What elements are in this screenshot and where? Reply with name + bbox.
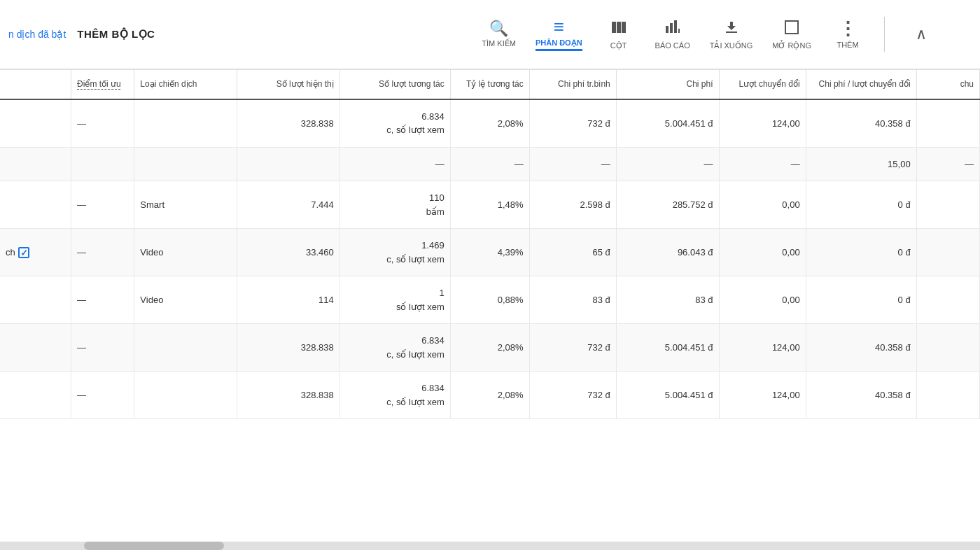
cell-text: —: [77, 295, 86, 305]
table-cell: 0 đ: [806, 181, 916, 229]
table-cell: 6.834c, số lượt xem: [340, 372, 450, 419]
table-cell: 2,08%: [450, 372, 529, 419]
table-cell: [916, 181, 979, 229]
toolbar-item-search[interactable]: 🔍 TÌM KIẾM: [482, 21, 516, 48]
svg-rect-6: [678, 29, 680, 33]
cell-text: 0 đ: [898, 247, 911, 258]
table-cell: 2,08%: [450, 324, 529, 372]
table-cell: [134, 324, 237, 372]
cell-line: c, số lượt xem: [386, 349, 444, 360]
table-cell: 33.460: [237, 229, 340, 276]
toolbar-item-expand[interactable]: MỞ RỘNG: [772, 19, 811, 50]
col-diem-toi-uu[interactable]: Điểm tối ưu: [71, 70, 134, 99]
table-cell: [134, 99, 237, 148]
toolbar-left: n dịch đã bật THÊM BỘ LỌC: [8, 28, 155, 41]
toolbar-download-label: TẢI XUỐNG: [710, 41, 753, 50]
col-so-luot-hien-thi-label: Số lượt hiện thị: [276, 79, 334, 89]
svg-rect-4: [670, 23, 673, 33]
cell-text: 5.004.451 đ: [665, 342, 713, 353]
table-cell: —: [450, 147, 529, 181]
column-icon: [610, 19, 627, 38]
toolbar: n dịch đã bật THÊM BỘ LỌC 🔍 TÌM KIẾM ≡ P…: [0, 0, 980, 70]
table-cell: 65 đ: [529, 229, 616, 276]
report-icon: [664, 19, 681, 38]
table-cell: [916, 372, 979, 419]
col-diem-toi-uu-label: Điểm tối ưu: [77, 79, 121, 89]
col-chi-phi-tr-binh: Chi phí tr.bình: [529, 70, 616, 99]
checkbox-icon[interactable]: [18, 247, 29, 258]
table-cell: —: [340, 147, 450, 181]
toolbar-item-report[interactable]: BÁO CÁO: [655, 19, 690, 50]
toolbar-item-more[interactable]: ⋮ THÊM: [831, 20, 864, 49]
table-cell: 40.358 đ: [806, 372, 916, 419]
table-cell: 328.838: [237, 324, 340, 372]
cell-text: 83 đ: [695, 295, 713, 305]
table-cell: 110bấm: [340, 181, 450, 229]
col-luot-chuyen-doi-label: Lượt chuyển đổi: [739, 79, 800, 89]
table-cell: 5.004.451 đ: [616, 372, 719, 419]
cell-text: —: [514, 159, 524, 169]
table-cell: [916, 276, 979, 324]
table-cell: 83 đ: [529, 276, 616, 324]
cell-text: 0 đ: [898, 295, 911, 305]
toolbar-collapse-button[interactable]: ∧: [904, 25, 938, 43]
col-chi-phi-tr-binh-label: Chi phí tr.bình: [558, 79, 610, 89]
table-header-row: Điểm tối ưu Loại chiến dịch Số lượt hiện…: [0, 70, 980, 99]
table-cell: —: [71, 276, 134, 324]
cell-text: —: [77, 118, 86, 129]
data-table: Điểm tối ưu Loại chiến dịch Số lượt hiện…: [0, 70, 980, 419]
cell-text: 5.004.451 đ: [665, 118, 713, 129]
data-table-container: Điểm tối ưu Loại chiến dịch Số lượt hiện…: [0, 70, 980, 550]
table-cell: 114: [237, 276, 340, 324]
table-cell: 40.358 đ: [806, 99, 916, 148]
table-cell: 2,08%: [450, 99, 529, 148]
table-cell: Video: [134, 276, 237, 324]
table-cell: 328.838: [237, 372, 340, 419]
cell-text: 2,08%: [498, 118, 524, 129]
col-chu-label: chu: [960, 79, 974, 89]
table-row: ch—Video33.4601.469c, số lượt xem4,39%65…: [0, 229, 980, 276]
table-cell: 124,00: [719, 324, 806, 372]
table-cell: 0,00: [719, 276, 806, 324]
col-so-luot-hien-thi: Số lượt hiện thị: [237, 70, 340, 99]
table-cell: 1.469c, số lượt xem: [340, 229, 450, 276]
cell-text: 285.752 đ: [673, 199, 713, 210]
table-cell: [134, 147, 237, 181]
toolbar-expand-label: MỞ RỘNG: [772, 41, 811, 50]
table-cell: 6.834c, số lượt xem: [340, 99, 450, 148]
cell-text: 33.460: [306, 247, 334, 258]
table-row: —————15,00—: [0, 147, 980, 181]
table-cell: 732 đ: [529, 99, 616, 148]
toolbar-item-cot[interactable]: CỘT: [602, 19, 636, 50]
cell-text: 40.358 đ: [875, 390, 911, 400]
table-cell: 0,00: [719, 181, 806, 229]
table-cell: 2.598 đ: [529, 181, 616, 229]
cell-text: 0,00: [782, 199, 799, 210]
add-filter-button[interactable]: THÊM BỘ LỌC: [77, 28, 155, 41]
scrollbar-thumb[interactable]: [84, 542, 224, 550]
cell-line: số lượt xem: [396, 302, 444, 312]
table-cell: 5.004.451 đ: [616, 324, 719, 372]
table-cell: —: [71, 324, 134, 372]
toolbar-report-label: BÁO CÁO: [655, 41, 690, 50]
table-cell: [0, 181, 71, 229]
svg-rect-7: [726, 31, 737, 33]
table-cell: 328.838: [237, 99, 340, 148]
toolbar-item-segment[interactable]: ≡ PHÂN ĐOẠN: [536, 17, 582, 51]
table-cell: [0, 147, 71, 181]
cell-text: 96.043 đ: [678, 247, 713, 258]
table-cell: [916, 99, 979, 148]
table-cell: —: [719, 147, 806, 181]
cell-text: —: [77, 199, 86, 210]
cell-text: 40.358 đ: [875, 118, 911, 129]
filter-active-label: n dịch đã bật: [8, 29, 66, 40]
col-so-luot-tuong-tac-label: Số lượt tương tác: [379, 79, 444, 89]
table-cell: 7.444: [237, 181, 340, 229]
table-cell: 40.358 đ: [806, 324, 916, 372]
table-cell: [916, 324, 979, 372]
cell-text: 328.838: [301, 390, 334, 400]
horizontal-scrollbar[interactable]: [0, 542, 980, 550]
toolbar-item-download[interactable]: TẢI XUỐNG: [710, 19, 753, 50]
table-cell: 124,00: [719, 99, 806, 148]
cell-text: ch: [6, 246, 15, 260]
